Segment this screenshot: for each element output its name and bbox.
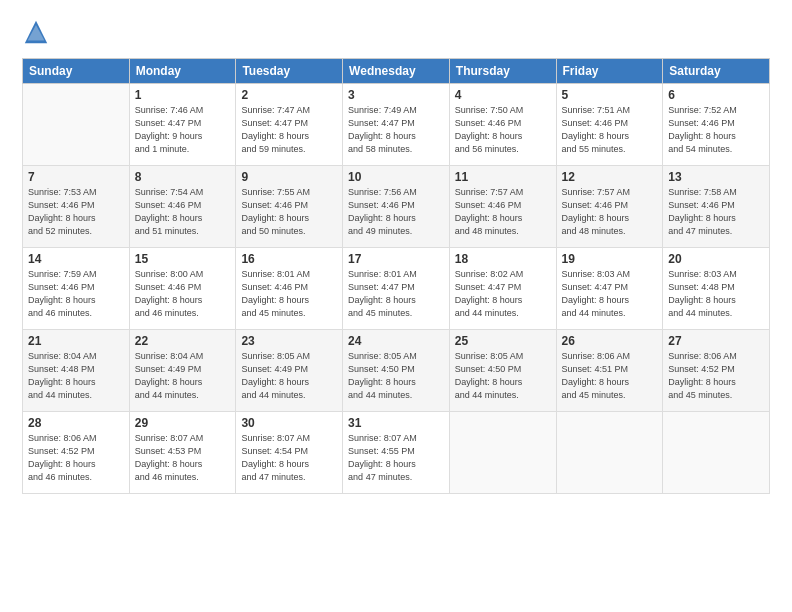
page: SundayMondayTuesdayWednesdayThursdayFrid…: [0, 0, 792, 612]
day-number: 10: [348, 170, 444, 184]
calendar-cell: 11Sunrise: 7:57 AM Sunset: 4:46 PM Dayli…: [449, 166, 556, 248]
day-number: 12: [562, 170, 658, 184]
calendar-cell: 17Sunrise: 8:01 AM Sunset: 4:47 PM Dayli…: [343, 248, 450, 330]
calendar-cell: 19Sunrise: 8:03 AM Sunset: 4:47 PM Dayli…: [556, 248, 663, 330]
calendar-cell: [556, 412, 663, 494]
day-of-week-header: Tuesday: [236, 59, 343, 84]
calendar-cell: 21Sunrise: 8:04 AM Sunset: 4:48 PM Dayli…: [23, 330, 130, 412]
calendar-cell: [449, 412, 556, 494]
day-of-week-header: Wednesday: [343, 59, 450, 84]
day-info: Sunrise: 8:05 AM Sunset: 4:49 PM Dayligh…: [241, 350, 337, 402]
calendar-cell: 25Sunrise: 8:05 AM Sunset: 4:50 PM Dayli…: [449, 330, 556, 412]
day-info: Sunrise: 8:05 AM Sunset: 4:50 PM Dayligh…: [455, 350, 551, 402]
day-number: 2: [241, 88, 337, 102]
calendar-week-row: 14Sunrise: 7:59 AM Sunset: 4:46 PM Dayli…: [23, 248, 770, 330]
day-info: Sunrise: 8:05 AM Sunset: 4:50 PM Dayligh…: [348, 350, 444, 402]
day-number: 15: [135, 252, 231, 266]
day-info: Sunrise: 7:59 AM Sunset: 4:46 PM Dayligh…: [28, 268, 124, 320]
day-info: Sunrise: 7:58 AM Sunset: 4:46 PM Dayligh…: [668, 186, 764, 238]
day-number: 5: [562, 88, 658, 102]
header: [22, 18, 770, 46]
day-number: 27: [668, 334, 764, 348]
calendar-cell: 12Sunrise: 7:57 AM Sunset: 4:46 PM Dayli…: [556, 166, 663, 248]
day-number: 17: [348, 252, 444, 266]
day-number: 24: [348, 334, 444, 348]
day-info: Sunrise: 8:04 AM Sunset: 4:49 PM Dayligh…: [135, 350, 231, 402]
calendar-cell: 16Sunrise: 8:01 AM Sunset: 4:46 PM Dayli…: [236, 248, 343, 330]
day-info: Sunrise: 8:07 AM Sunset: 4:54 PM Dayligh…: [241, 432, 337, 484]
day-info: Sunrise: 7:47 AM Sunset: 4:47 PM Dayligh…: [241, 104, 337, 156]
day-info: Sunrise: 7:46 AM Sunset: 4:47 PM Dayligh…: [135, 104, 231, 156]
day-number: 19: [562, 252, 658, 266]
day-info: Sunrise: 7:52 AM Sunset: 4:46 PM Dayligh…: [668, 104, 764, 156]
day-number: 28: [28, 416, 124, 430]
day-of-week-header: Saturday: [663, 59, 770, 84]
day-number: 1: [135, 88, 231, 102]
day-info: Sunrise: 7:50 AM Sunset: 4:46 PM Dayligh…: [455, 104, 551, 156]
day-info: Sunrise: 8:06 AM Sunset: 4:51 PM Dayligh…: [562, 350, 658, 402]
day-info: Sunrise: 8:01 AM Sunset: 4:46 PM Dayligh…: [241, 268, 337, 320]
calendar-cell: 15Sunrise: 8:00 AM Sunset: 4:46 PM Dayli…: [129, 248, 236, 330]
calendar-week-row: 21Sunrise: 8:04 AM Sunset: 4:48 PM Dayli…: [23, 330, 770, 412]
day-info: Sunrise: 8:03 AM Sunset: 4:48 PM Dayligh…: [668, 268, 764, 320]
day-info: Sunrise: 7:55 AM Sunset: 4:46 PM Dayligh…: [241, 186, 337, 238]
calendar-cell: 24Sunrise: 8:05 AM Sunset: 4:50 PM Dayli…: [343, 330, 450, 412]
calendar-cell: 13Sunrise: 7:58 AM Sunset: 4:46 PM Dayli…: [663, 166, 770, 248]
logo: [22, 18, 54, 46]
day-info: Sunrise: 7:57 AM Sunset: 4:46 PM Dayligh…: [562, 186, 658, 238]
calendar-cell: 7Sunrise: 7:53 AM Sunset: 4:46 PM Daylig…: [23, 166, 130, 248]
calendar-cell: 6Sunrise: 7:52 AM Sunset: 4:46 PM Daylig…: [663, 84, 770, 166]
day-number: 6: [668, 88, 764, 102]
day-info: Sunrise: 8:03 AM Sunset: 4:47 PM Dayligh…: [562, 268, 658, 320]
day-number: 8: [135, 170, 231, 184]
day-number: 20: [668, 252, 764, 266]
calendar-cell: 22Sunrise: 8:04 AM Sunset: 4:49 PM Dayli…: [129, 330, 236, 412]
calendar-cell: 8Sunrise: 7:54 AM Sunset: 4:46 PM Daylig…: [129, 166, 236, 248]
day-of-week-header: Monday: [129, 59, 236, 84]
day-info: Sunrise: 8:07 AM Sunset: 4:53 PM Dayligh…: [135, 432, 231, 484]
day-number: 11: [455, 170, 551, 184]
calendar-cell: 5Sunrise: 7:51 AM Sunset: 4:46 PM Daylig…: [556, 84, 663, 166]
calendar-header-row: SundayMondayTuesdayWednesdayThursdayFrid…: [23, 59, 770, 84]
calendar-week-row: 28Sunrise: 8:06 AM Sunset: 4:52 PM Dayli…: [23, 412, 770, 494]
calendar-cell: 31Sunrise: 8:07 AM Sunset: 4:55 PM Dayli…: [343, 412, 450, 494]
day-info: Sunrise: 7:51 AM Sunset: 4:46 PM Dayligh…: [562, 104, 658, 156]
day-number: 22: [135, 334, 231, 348]
day-number: 18: [455, 252, 551, 266]
calendar-cell: 9Sunrise: 7:55 AM Sunset: 4:46 PM Daylig…: [236, 166, 343, 248]
day-number: 13: [668, 170, 764, 184]
day-number: 23: [241, 334, 337, 348]
calendar-cell: 18Sunrise: 8:02 AM Sunset: 4:47 PM Dayli…: [449, 248, 556, 330]
calendar-cell: 20Sunrise: 8:03 AM Sunset: 4:48 PM Dayli…: [663, 248, 770, 330]
calendar-cell: [23, 84, 130, 166]
calendar-cell: 30Sunrise: 8:07 AM Sunset: 4:54 PM Dayli…: [236, 412, 343, 494]
day-info: Sunrise: 7:53 AM Sunset: 4:46 PM Dayligh…: [28, 186, 124, 238]
day-number: 14: [28, 252, 124, 266]
day-number: 21: [28, 334, 124, 348]
day-info: Sunrise: 8:02 AM Sunset: 4:47 PM Dayligh…: [455, 268, 551, 320]
day-info: Sunrise: 7:57 AM Sunset: 4:46 PM Dayligh…: [455, 186, 551, 238]
day-number: 30: [241, 416, 337, 430]
day-info: Sunrise: 8:07 AM Sunset: 4:55 PM Dayligh…: [348, 432, 444, 484]
calendar-cell: [663, 412, 770, 494]
calendar-cell: 29Sunrise: 8:07 AM Sunset: 4:53 PM Dayli…: [129, 412, 236, 494]
calendar-cell: 14Sunrise: 7:59 AM Sunset: 4:46 PM Dayli…: [23, 248, 130, 330]
day-info: Sunrise: 7:54 AM Sunset: 4:46 PM Dayligh…: [135, 186, 231, 238]
day-number: 31: [348, 416, 444, 430]
day-of-week-header: Thursday: [449, 59, 556, 84]
day-number: 7: [28, 170, 124, 184]
calendar-cell: 10Sunrise: 7:56 AM Sunset: 4:46 PM Dayli…: [343, 166, 450, 248]
day-number: 4: [455, 88, 551, 102]
day-of-week-header: Friday: [556, 59, 663, 84]
day-info: Sunrise: 8:06 AM Sunset: 4:52 PM Dayligh…: [668, 350, 764, 402]
calendar-week-row: 7Sunrise: 7:53 AM Sunset: 4:46 PM Daylig…: [23, 166, 770, 248]
calendar-cell: 26Sunrise: 8:06 AM Sunset: 4:51 PM Dayli…: [556, 330, 663, 412]
day-info: Sunrise: 7:49 AM Sunset: 4:47 PM Dayligh…: [348, 104, 444, 156]
day-number: 29: [135, 416, 231, 430]
day-info: Sunrise: 8:00 AM Sunset: 4:46 PM Dayligh…: [135, 268, 231, 320]
day-number: 25: [455, 334, 551, 348]
calendar-cell: 23Sunrise: 8:05 AM Sunset: 4:49 PM Dayli…: [236, 330, 343, 412]
calendar-cell: 2Sunrise: 7:47 AM Sunset: 4:47 PM Daylig…: [236, 84, 343, 166]
calendar-cell: 28Sunrise: 8:06 AM Sunset: 4:52 PM Dayli…: [23, 412, 130, 494]
calendar-cell: 3Sunrise: 7:49 AM Sunset: 4:47 PM Daylig…: [343, 84, 450, 166]
